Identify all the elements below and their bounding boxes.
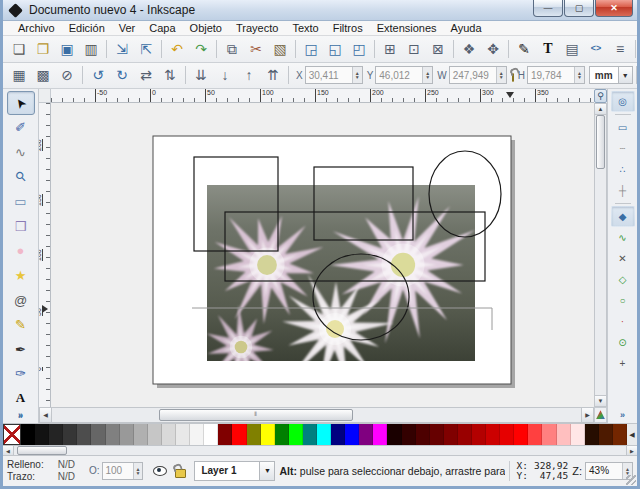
lower-one-step-button[interactable]: ↓ (213, 63, 237, 87)
flip-vertical-button[interactable]: ⇅ (158, 63, 182, 87)
menu-ver[interactable]: Ver (112, 21, 143, 35)
align-distribute-dialog-button[interactable]: ≡ (608, 37, 632, 61)
color-swatch[interactable] (247, 424, 261, 445)
layers-dialog-button[interactable]: ▤ (560, 37, 584, 61)
height-field[interactable]: 19,784▲▼ (527, 66, 585, 84)
snap-object-centers-button[interactable]: ⊙ (611, 332, 635, 353)
horizontal-scrollbar[interactable]: ◀ ⦀ ▶ (39, 407, 594, 423)
color-swatch[interactable] (528, 424, 542, 445)
current-layer-dropdown[interactable]: Layer 1 ▼ (194, 461, 275, 481)
scroll-right-arrow[interactable]: ▶ (581, 408, 593, 422)
print-document-button[interactable]: ▥ (79, 37, 103, 61)
select-all-button[interactable]: ▦ (7, 63, 31, 87)
snap-midpoints-button[interactable]: · (611, 311, 635, 332)
color-swatch[interactable] (444, 424, 458, 445)
scroll-up-arrow[interactable]: ▲ (595, 104, 606, 115)
duplicate-button[interactable]: ⊞ (378, 37, 402, 61)
stroke-value[interactable]: N/D (58, 471, 75, 482)
group-objects-button[interactable]: ❖ (457, 37, 481, 61)
tool-tweak-button[interactable]: ∿ (7, 140, 35, 165)
import-bitmap-button[interactable]: ⇲ (110, 37, 134, 61)
color-swatch[interactable] (261, 424, 275, 445)
opacity-field[interactable]: 100▲▼ (102, 462, 144, 480)
tool-pencil-button[interactable]: ✎ (7, 312, 35, 337)
menu-extensiones[interactable]: Extensiones (370, 21, 444, 35)
tool-spiral-button[interactable]: @ (7, 288, 35, 313)
snap-smooth-nodes-button[interactable]: ○ (611, 290, 635, 311)
color-swatch[interactable] (162, 424, 176, 445)
cms-adjust-button[interactable] (594, 407, 607, 423)
horizontal-ruler[interactable]: -50050100150200250300350 (51, 89, 594, 103)
snap-bbox-corners-button[interactable]: ∴ (611, 159, 635, 180)
paste-button[interactable]: ▧ (268, 37, 292, 61)
zoom-selection-button[interactable]: ◲ (299, 37, 323, 61)
lower-to-bottom-button[interactable]: ⇊ (189, 63, 213, 87)
redo-button[interactable]: ↷ (189, 37, 213, 61)
tool-selector-button[interactable]: ➤ (7, 91, 35, 116)
vertical-scroll-thumb[interactable] (596, 115, 605, 169)
create-clone-button[interactable]: ⊡ (402, 37, 426, 61)
tool-rectangle-button[interactable]: ▭ (7, 189, 35, 214)
color-swatch[interactable] (204, 424, 218, 445)
color-swatch[interactable] (486, 424, 500, 445)
menu-edicin[interactable]: Edición (62, 21, 112, 35)
maximize-button[interactable]: ▢ (564, 0, 594, 17)
snap-paths-button[interactable]: ∿ (611, 227, 635, 248)
width-field[interactable]: 247,949▲▼ (449, 66, 507, 84)
canvas-viewport[interactable] (51, 103, 594, 407)
color-swatch[interactable] (148, 424, 162, 445)
deselect-button[interactable]: ⊘ (55, 63, 79, 87)
tool-calligraphy-button[interactable]: ✑ (7, 362, 35, 387)
color-swatch[interactable] (331, 424, 345, 445)
palette-scrollbar[interactable]: ◀ ▶ (3, 446, 637, 456)
tool-bezier-pen-button[interactable]: ✒ (7, 337, 35, 362)
snap-bbox-edges-button[interactable]: ┄ (611, 138, 635, 159)
color-swatch[interactable] (387, 424, 401, 445)
export-bitmap-button[interactable]: ⇱ (134, 37, 158, 61)
scroll-left-arrow[interactable]: ◀ (40, 408, 52, 422)
tool-3d-box-button[interactable]: ❒ (7, 214, 35, 239)
toolbox-overflow-button[interactable]: » (3, 407, 39, 423)
color-swatch[interactable] (63, 424, 77, 445)
menu-archivo[interactable]: Archivo (11, 21, 62, 35)
fill-value[interactable]: N/D (58, 459, 75, 470)
color-swatch[interactable] (232, 424, 246, 445)
raise-one-step-button[interactable]: ↑ (237, 63, 261, 87)
snap-rotation-centers-button[interactable]: + (611, 353, 635, 374)
window-resize-grip[interactable] (626, 475, 636, 485)
color-swatch[interactable] (345, 424, 359, 445)
zoom-page-button[interactable]: ◰ (347, 37, 371, 61)
unlink-clone-button[interactable]: ⊠ (426, 37, 450, 61)
save-document-button[interactable]: ▣ (55, 37, 79, 61)
copy-button[interactable]: ⧉ (220, 37, 244, 61)
color-swatch[interactable] (359, 424, 373, 445)
tool-zoom-button[interactable]: ⚲ (7, 165, 35, 190)
color-swatch[interactable] (303, 424, 317, 445)
color-swatch[interactable] (176, 424, 190, 445)
cut-button[interactable]: ✂ (244, 37, 268, 61)
menu-capa[interactable]: Capa (142, 21, 182, 35)
fill-stroke-dialog-button[interactable]: ✎ (512, 37, 536, 61)
tool-star-button[interactable]: ★ (7, 263, 35, 288)
zoom-drawing-button[interactable]: ◱ (323, 37, 347, 61)
color-swatch[interactable] (613, 424, 627, 445)
tool-ellipse-button[interactable]: ● (7, 239, 35, 264)
color-swatch[interactable] (557, 424, 571, 445)
menu-objeto[interactable]: Objeto (183, 21, 229, 35)
color-swatch[interactable] (472, 424, 486, 445)
y-field[interactable]: 46,012▲▼ (375, 66, 433, 84)
lock-ratio-icon[interactable] (512, 73, 514, 82)
snapbar-overflow-button[interactable]: » (607, 407, 637, 423)
minimize-button[interactable]: — (533, 0, 563, 17)
color-swatch[interactable] (35, 424, 49, 445)
new-document-button[interactable]: ❏ (7, 37, 31, 61)
snap-bbox-edge-midpoints-button[interactable]: ┼ (611, 180, 635, 201)
units-dropdown-arrow[interactable]: ▼ (618, 67, 632, 83)
color-swatch[interactable] (190, 424, 204, 445)
open-document-button[interactable]: ❐ (31, 37, 55, 61)
ungroup-objects-button[interactable]: ✥ (481, 37, 505, 61)
rotate-90-ccw-button[interactable]: ↺ (86, 63, 110, 87)
tool-node-editor-button[interactable]: ✐ (7, 115, 35, 140)
color-swatch[interactable] (218, 424, 232, 445)
swatch-none[interactable] (3, 424, 21, 445)
